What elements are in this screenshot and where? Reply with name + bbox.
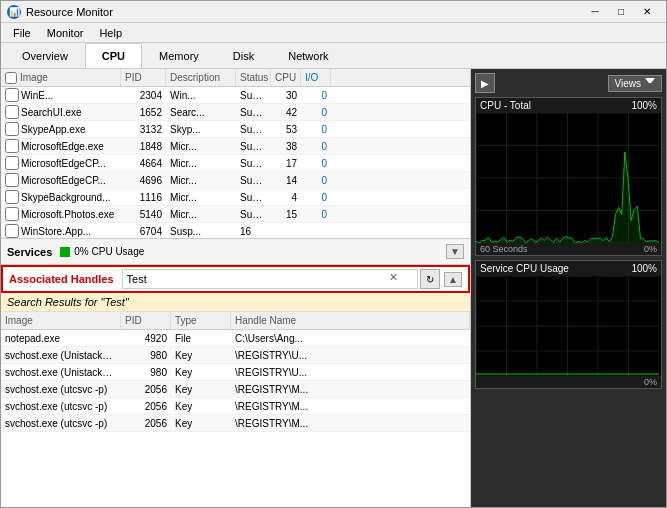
col-res-type[interactable]: Type — [171, 312, 231, 329]
result-row[interactable]: svchost.exe (utcsvc -p) 2056 Key \REGIST… — [1, 415, 470, 432]
table-row[interactable]: SkypeApp.exe 3132 Skyp... Susp... 53 0 — [1, 121, 470, 138]
cpu-chart-footer: 60 Seconds 0% — [476, 243, 661, 255]
cpu-total-chart: CPU - Total 100% 60 Seconds 0% — [475, 97, 662, 256]
row-checkbox[interactable] — [5, 139, 19, 153]
row-checkbox[interactable] — [5, 207, 19, 221]
col-image[interactable]: Image — [1, 69, 121, 86]
tab-disk[interactable]: Disk — [216, 43, 271, 68]
menu-monitor[interactable]: Monitor — [39, 25, 92, 41]
panel-controls: ▶ Views — [475, 73, 662, 93]
maximize-button[interactable]: □ — [608, 2, 634, 22]
service-chart-canvas — [476, 276, 659, 376]
col-res-handle[interactable]: Handle Name — [231, 312, 470, 329]
table-row[interactable]: MicrosoftEdgeCP... 4696 Micr... Susp... … — [1, 172, 470, 189]
row-checkbox[interactable] — [5, 156, 19, 170]
service-chart-footer: 0% — [476, 376, 661, 388]
clear-search-button[interactable]: ✕ — [389, 271, 398, 284]
col-c1[interactable]: I/O — [301, 69, 331, 86]
col-cpu[interactable]: CPU — [271, 69, 301, 86]
results-table-body: notepad.exe 4920 File C:\Users\Ang... sv… — [1, 330, 470, 508]
views-dropdown-icon — [645, 78, 655, 88]
row-checkbox[interactable] — [5, 224, 19, 238]
results-table-header: Image PID Type Handle Name — [1, 312, 470, 330]
cpu-chart-canvas — [476, 113, 659, 243]
menu-help[interactable]: Help — [91, 25, 130, 41]
menu-file[interactable]: File — [5, 25, 39, 41]
result-row[interactable]: svchost.exe (UnistackSvcGroup) 980 Key \… — [1, 364, 470, 381]
table-row[interactable]: Microsoft.Photos.exe 5140 Micr... Susp..… — [1, 206, 470, 223]
tab-cpu[interactable]: CPU — [85, 43, 142, 68]
minimize-button[interactable]: ─ — [582, 2, 608, 22]
tab-memory[interactable]: Memory — [142, 43, 216, 68]
row-checkbox[interactable] — [5, 122, 19, 136]
col-desc[interactable]: Description — [166, 69, 236, 86]
row-checkbox[interactable] — [5, 105, 19, 119]
row-checkbox[interactable] — [5, 88, 19, 102]
search-results-header: Search Results for "Test" — [1, 293, 470, 312]
views-button[interactable]: Views — [608, 75, 663, 92]
col-res-pid[interactable]: PID — [121, 312, 171, 329]
row-checkbox[interactable] — [5, 190, 19, 204]
table-row[interactable]: MicrosoftEdgeCP... 4664 Micr... Susp... … — [1, 155, 470, 172]
menu-bar: File Monitor Help — [1, 23, 666, 43]
col-status[interactable]: Status — [236, 69, 271, 86]
handles-label: Associated Handles — [9, 273, 114, 285]
handles-section: Associated Handles ✕ ↻ ▲ — [1, 265, 470, 293]
title-bar: 📊 Resource Monitor ─ □ ✕ — [1, 1, 666, 23]
play-button[interactable]: ▶ — [475, 73, 495, 93]
process-table-header: Image PID Description Status CPU I/O — [1, 69, 470, 87]
app-title: Resource Monitor — [26, 6, 582, 18]
tab-bar: Overview CPU Memory Disk Network — [1, 43, 666, 69]
results-table: Search Results for "Test" Image PID Type… — [1, 293, 470, 508]
search-container: ✕ — [122, 269, 419, 289]
services-section[interactable]: Services 0% CPU Usage ▼ — [1, 239, 470, 265]
tab-network[interactable]: Network — [271, 43, 345, 68]
table-row[interactable]: SkypeBackground... 1116 Micr... Susp... … — [1, 189, 470, 206]
col-res-image[interactable]: Image — [1, 312, 121, 329]
handles-search-input[interactable] — [122, 269, 419, 289]
services-chevron[interactable]: ▼ — [446, 244, 464, 259]
row-checkbox[interactable] — [5, 173, 19, 187]
select-all-checkbox[interactable] — [5, 72, 17, 84]
handles-chevron[interactable]: ▲ — [444, 272, 462, 287]
right-panel: ▶ Views CPU - Total 100% 60 Seconds 0% S… — [471, 69, 666, 508]
refresh-button[interactable]: ↻ — [420, 269, 440, 289]
result-row[interactable]: svchost.exe (utcsvc -p) 2056 Key \REGIST… — [1, 398, 470, 415]
service-chart-title: Service CPU Usage 100% — [476, 261, 661, 276]
services-label: Services — [7, 246, 52, 258]
process-table-body: WinE... 2304 Win... Susp... 30 0 SearchU… — [1, 87, 470, 238]
table-row[interactable]: WinStore.App... 6704 Susp... 16 — [1, 223, 470, 238]
green-indicator — [60, 247, 70, 257]
tab-overview[interactable]: Overview — [5, 43, 85, 68]
table-row[interactable]: WinE... 2304 Win... Susp... 30 0 — [1, 87, 470, 104]
result-row[interactable]: svchost.exe (UnistackSvcGroup) 980 Key \… — [1, 347, 470, 364]
close-button[interactable]: ✕ — [634, 2, 660, 22]
app-icon: 📊 — [7, 5, 21, 19]
result-row[interactable]: notepad.exe 4920 File C:\Users\Ang... — [1, 330, 470, 347]
cpu-chart-title: CPU - Total 100% — [476, 98, 661, 113]
service-cpu-chart: Service CPU Usage 100% 0% — [475, 260, 662, 389]
table-row[interactable]: SearchUI.exe 1652 Searc... Susp... 42 0 — [1, 104, 470, 121]
col-pid[interactable]: PID — [121, 69, 166, 86]
table-row[interactable]: MicrosoftEdge.exe 1848 Micr... Susp... 3… — [1, 138, 470, 155]
cpu-usage-badge: 0% CPU Usage — [60, 246, 144, 257]
result-row[interactable]: svchost.exe (utcsvc -p) 2056 Key \REGIST… — [1, 381, 470, 398]
